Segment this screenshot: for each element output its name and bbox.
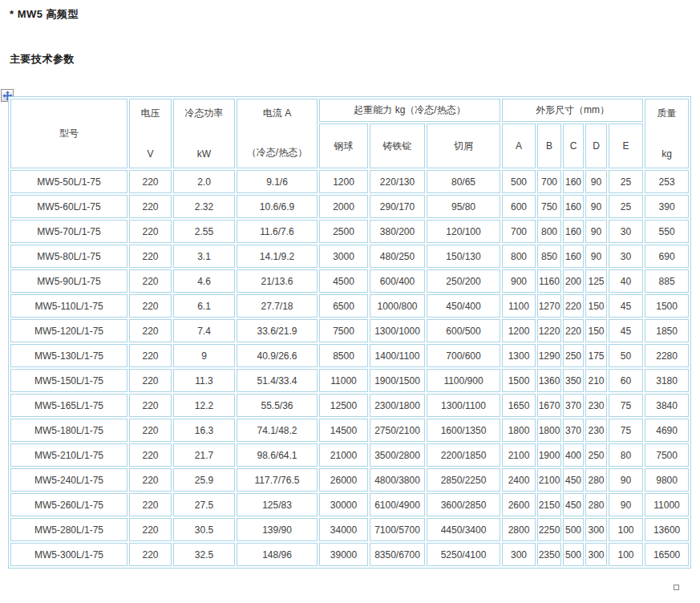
- table-cell: 39000: [319, 543, 368, 566]
- table-cell: 25: [609, 195, 643, 218]
- table-cell: 1600/1350: [427, 419, 500, 442]
- table-cell: 1900: [537, 443, 561, 467]
- table-cell: 2300/1800: [370, 394, 425, 417]
- table-cell: 2750/2100: [370, 419, 425, 442]
- table-cell: 2.55: [173, 220, 235, 243]
- table-cell: 40: [609, 269, 643, 293]
- table-cell: 400: [563, 443, 584, 467]
- table-cell: 21000: [319, 443, 368, 467]
- table-cell: MW5-80L/1-75: [10, 245, 127, 268]
- header-current-unit: （冷态/热态）: [247, 146, 307, 160]
- table-cell: 21.7: [173, 443, 235, 467]
- table-cell: 800: [537, 220, 561, 243]
- table-cell: 700: [537, 170, 561, 193]
- table-cell: 220: [129, 543, 172, 566]
- table-cell: 125: [585, 269, 607, 293]
- table-row: MW5-210L/1-7522021.798.6/64.1210003500/2…: [10, 443, 689, 467]
- table-cell: 2200/1850: [427, 443, 500, 467]
- table-cell: 4500: [319, 269, 368, 293]
- table-cell: 30000: [319, 493, 368, 516]
- table-cell: 500: [563, 518, 584, 541]
- table-cell: 27.5: [173, 493, 235, 516]
- table-cell: MW5-50L/1-75: [10, 170, 127, 193]
- table-cell: 220: [129, 245, 172, 268]
- table-cell: 90: [585, 170, 607, 193]
- table-cell: 14500: [319, 419, 368, 442]
- header-mass-label: 质量: [658, 107, 677, 120]
- table-cell: 500: [502, 170, 536, 193]
- table-cell: 250: [563, 344, 584, 367]
- table-row: MW5-180L/1-7522016.374.1/48.2145002750/2…: [10, 419, 689, 442]
- table-cell: 139/90: [237, 518, 318, 541]
- table-cell: 1290: [537, 344, 561, 367]
- table-cell: 600/400: [370, 269, 425, 293]
- table-cell: 2100: [502, 443, 536, 467]
- header-voltage-unit: V: [147, 148, 153, 160]
- table-cell: 45: [609, 319, 643, 342]
- table-cell: 2350: [537, 543, 561, 566]
- table-cell: 300: [502, 543, 536, 566]
- header-chips: 切屑: [427, 123, 500, 168]
- table-cell: 9800: [645, 468, 689, 492]
- table-cell: 120/100: [427, 220, 500, 243]
- table-cell: 370: [563, 394, 584, 417]
- table-cell: 51.4/33.4: [237, 369, 318, 392]
- table-cell: 60: [609, 369, 643, 392]
- section-title: 主要技术参数: [10, 52, 75, 67]
- table-cell: 2600: [502, 493, 536, 516]
- table-cell: 220: [129, 170, 172, 193]
- table-cell: 2000: [319, 195, 368, 218]
- table-cell: 7100/5700: [370, 518, 425, 541]
- table-cell: 2.32: [173, 195, 235, 218]
- table-cell: 253: [645, 170, 689, 193]
- table-row: MW5-90L/1-752204.621/13.64500600/400250/…: [10, 269, 689, 293]
- table-cell: 220: [129, 518, 172, 541]
- table-cell: 850: [537, 245, 561, 268]
- table-cell: 75: [609, 419, 643, 442]
- header-current: 电流 A （冷态/热态）: [237, 99, 318, 168]
- table-cell: 370: [563, 419, 584, 442]
- table-cell: 90: [585, 245, 607, 268]
- table-cell: 7500: [645, 443, 689, 467]
- table-cell: 5250/4100: [427, 543, 500, 566]
- table-cell: MW5-110L/1-75: [10, 294, 127, 318]
- table-cell: 380/200: [370, 220, 425, 243]
- table-row: MW5-240L/1-7522025.9117.7/76.5260004800/…: [10, 468, 689, 492]
- table-row: MW5-110L/1-752206.127.7/1865001000/80045…: [10, 294, 689, 318]
- table-resize-handle[interactable]: [674, 585, 679, 590]
- table-header: 型号 电压 V 冷态功率 kW 电流 A （冷态/热态）: [10, 99, 689, 168]
- table-row: MW5-260L/1-7522027.5125/83300006100/4900…: [10, 493, 689, 516]
- table-cell: 350: [563, 369, 584, 392]
- table-cell: 4450/3400: [427, 518, 500, 541]
- table-cell: 30: [609, 220, 643, 243]
- table-cell: 1300: [502, 344, 536, 367]
- table-cell: 150: [585, 319, 607, 342]
- table-cell: 700: [502, 220, 536, 243]
- table-cell: 80/65: [427, 170, 500, 193]
- table-cell: 90: [585, 220, 607, 243]
- header-dimensions-group: 外形尺寸（mm）: [502, 99, 643, 122]
- table-cell: 220: [129, 195, 172, 218]
- table-cell: 160: [563, 195, 584, 218]
- table-cell: 1100/900: [427, 369, 500, 392]
- header-cold-power: 冷态功率 kW: [173, 99, 235, 168]
- table-cell: 90: [609, 493, 643, 516]
- table-cell: 1100: [502, 294, 536, 318]
- table-cell: 3600/2850: [427, 493, 500, 516]
- table-row: MW5-70L/1-752202.5511.6/7.62500380/20012…: [10, 220, 689, 243]
- header-cold-power-label: 冷态功率: [185, 107, 224, 120]
- table-cell: 150/130: [427, 245, 500, 268]
- table-cell: 75: [609, 394, 643, 417]
- table-cell: 280: [585, 468, 607, 492]
- table-cell: 230: [585, 394, 607, 417]
- table-cell: 220: [563, 319, 584, 342]
- table-cell: 230: [585, 419, 607, 442]
- table-cell: 30.5: [173, 518, 235, 541]
- table-cell: 98.6/64.1: [237, 443, 318, 467]
- header-row-groups: 型号 电压 V 冷态功率 kW 电流 A （冷态/热态）: [10, 99, 689, 122]
- table-cell: 100: [609, 543, 643, 566]
- header-dim-a: A: [502, 123, 536, 168]
- table-cell: 3180: [645, 369, 689, 392]
- table-cell: 1500: [502, 369, 536, 392]
- table-cell: 300: [585, 543, 607, 566]
